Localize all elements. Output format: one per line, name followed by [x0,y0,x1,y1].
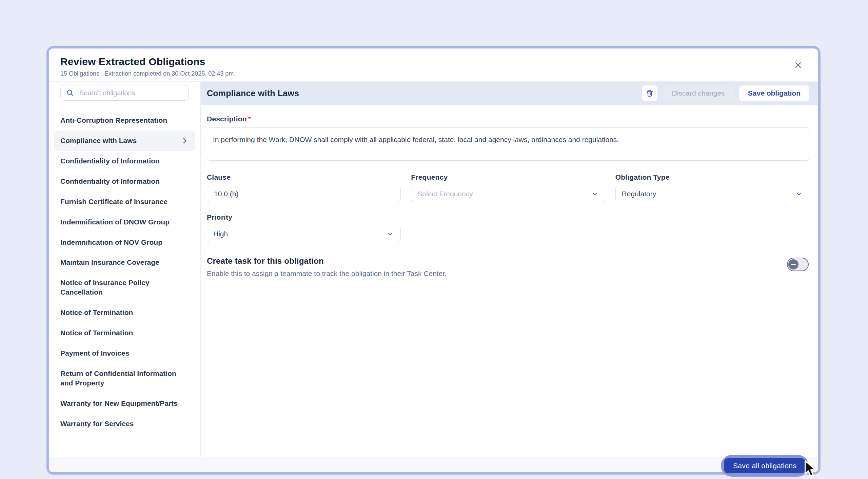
sidebar-item-label: Anti-Corruption Representation [60,116,167,125]
sidebar-item-label: Return of Confidential Information and P… [60,369,189,388]
chevron-down-icon [386,230,394,238]
close-button[interactable] [792,59,804,71]
form-row: Clause Frequency Select Frequency [207,173,809,202]
review-obligations-modal: Review Extracted Obligations 15 Obligati… [46,46,821,475]
minus-icon [791,264,796,265]
priority-label: Priority [207,213,401,221]
obligations-list: Anti-Corruption Representation Complianc… [49,106,200,438]
sidebar-item-label: Notice of Insurance Policy Cancellation [60,278,189,297]
create-task-text: Create task for this obligation Enable t… [207,256,447,278]
sidebar-item-payment-of-invoices[interactable]: Payment of Invoices [54,343,195,363]
sidebar-item-anti-corruption[interactable]: Anti-Corruption Representation [54,110,195,131]
trash-icon [645,89,654,98]
frequency-select[interactable]: Select Frequency [411,186,605,202]
create-task-title: Create task for this obligation [207,256,447,266]
obligation-type-label: Obligation Type [615,173,809,181]
sidebar-item-indemnification-nov[interactable]: Indemnification of NOV Group [54,232,195,253]
sidebar-item-return-confidential[interactable]: Return of Confidential Information and P… [54,363,195,393]
save-all-focus-ring: Save all obligations [721,455,809,477]
frequency-field: Frequency Select Frequency [411,173,605,202]
sidebar-item-label: Notice of Termination [60,308,133,317]
description-label: Description* [207,115,809,123]
sidebar-item-label: Confidentiality of Information [60,156,160,166]
detail-header: Compliance with Laws Discard changes Sav… [201,82,818,105]
sidebar-item-notice-termination-1[interactable]: Notice of Termination [54,302,195,323]
required-asterisk: * [248,115,251,123]
obligation-type-field: Obligation Type Regulatory [615,173,809,202]
sidebar-item-label: Furnish Certificate of Insurance [60,197,167,206]
clause-input-box [207,186,401,202]
clause-input[interactable] [213,189,394,198]
search-area [49,82,200,106]
chevron-down-icon [591,190,599,198]
sidebar-item-confidentiality-1[interactable]: Confidentiality of Information [54,151,195,171]
close-icon [793,60,803,70]
obligation-form: Description* In performing the Work, DNO… [201,105,818,278]
obligation-detail-panel: Compliance with Laws Discard changes Sav… [201,82,818,457]
delete-obligation-button[interactable] [642,85,657,101]
create-task-section: Create task for this obligation Enable t… [207,256,809,278]
clause-label: Clause [207,173,401,181]
sidebar-item-label: Indemnification of DNOW Group [60,217,170,227]
frequency-placeholder: Select Frequency [417,190,473,198]
obligation-type-value: Regulatory [622,190,656,198]
sidebar-item-warranty-equipment[interactable]: Warranty for New Equipment/Parts [54,393,195,414]
clause-field: Clause [207,173,401,202]
chevron-down-icon [795,190,803,198]
sidebar-item-notice-termination-2[interactable]: Notice of Termination [54,323,195,343]
priority-select[interactable]: High [207,226,401,242]
sidebar-item-indemnification-dnow[interactable]: Indemnification of DNOW Group [54,212,195,232]
sidebar-item-label: Warranty for Services [60,419,134,428]
frequency-label: Frequency [411,173,605,181]
description-textarea[interactable]: In performing the Work, DNOW shall compl… [207,127,809,161]
detail-title: Compliance with Laws [207,88,299,98]
priority-value: High [213,230,228,238]
save-obligation-button[interactable]: Save obligation [739,85,809,101]
modal-subtitle: 15 Obligations . Extraction completed on… [60,70,818,77]
chevron-right-icon [181,137,189,145]
save-all-obligations-button[interactable]: Save all obligations [724,458,805,473]
sidebar-item-label: Confidentiality of Information [60,177,160,186]
modal-title: Review Extracted Obligations [60,56,818,67]
modal-header: Review Extracted Obligations 15 Obligati… [49,48,818,81]
sidebar-item-maintain-insurance[interactable]: Maintain Insurance Coverage [54,252,195,273]
create-task-toggle[interactable] [787,258,809,271]
sidebar-item-label: Payment of Invoices [60,348,129,358]
sidebar-item-furnish-certificate[interactable]: Furnish Certificate of Insurance [54,192,195,212]
search-box [60,85,189,101]
sidebar-item-notice-insurance-cancellation[interactable]: Notice of Insurance Policy Cancellation [54,273,195,302]
priority-field: Priority High [207,213,401,242]
modal-content: Anti-Corruption Representation Complianc… [49,81,818,457]
search-input[interactable] [79,89,183,97]
obligations-sidebar: Anti-Corruption Representation Complianc… [49,82,201,457]
search-icon [66,89,74,97]
sidebar-item-label: Indemnification of NOV Group [60,238,162,247]
sidebar-item-confidentiality-2[interactable]: Confidentiality of Information [54,171,195,192]
sidebar-item-label: Warranty for New Equipment/Parts [60,399,178,408]
sidebar-item-label: Notice of Termination [60,328,133,338]
sidebar-item-compliance-with-laws[interactable]: Compliance with Laws [54,131,195,151]
obligation-type-select[interactable]: Regulatory [615,186,809,202]
page-background: { "modal": { "title": "Review Extracted … [0,0,868,479]
sidebar-item-label: Compliance with Laws [60,136,137,145]
discard-changes-button[interactable]: Discard changes [663,85,733,101]
modal-footer: Save all obligations [49,457,818,472]
create-task-description: Enable this to assign a teammate to trac… [207,270,447,278]
sidebar-item-label: Maintain Insurance Coverage [60,258,159,267]
toggle-knob [788,259,798,270]
sidebar-item-warranty-services[interactable]: Warranty for Services [54,414,195,434]
